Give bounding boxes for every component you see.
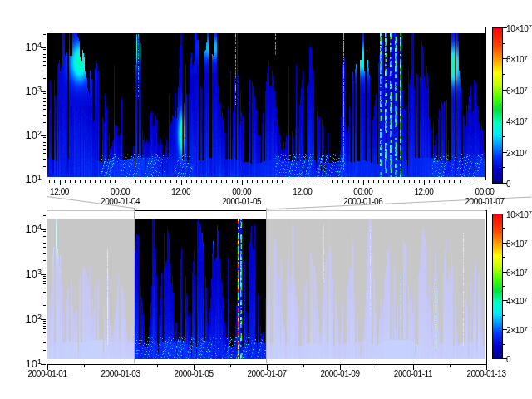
bottom-x-date-label: 2000-01-09 bbox=[320, 369, 359, 378]
colorbar-tick-label: 6×107 bbox=[506, 268, 527, 277]
top-x-date-label: 2000-01-06 bbox=[343, 197, 382, 206]
bottom-x-date-label: 2000-01-03 bbox=[101, 369, 140, 378]
spectrogram-canvas[interactable] bbox=[0, 0, 532, 399]
bottom-x-date-label: 2000-01-05 bbox=[174, 369, 213, 378]
top-x-tick-label: 00:00 bbox=[475, 187, 494, 196]
bottom-x-date-label: 2000-01-01 bbox=[27, 369, 66, 378]
bottom-y-tick-label: 101 bbox=[26, 357, 42, 369]
top-x-date-label: 2000-01-07 bbox=[465, 197, 504, 206]
colorbar-tick-label: 2×107 bbox=[506, 148, 527, 157]
top-x-tick-label: 12:00 bbox=[293, 187, 312, 196]
colorbar-tick-label: 10×107 bbox=[506, 23, 532, 32]
bottom-x-date-label: 2000-01-07 bbox=[247, 369, 286, 378]
top-x-tick-label: 12:00 bbox=[171, 187, 190, 196]
colorbar-tick-label: 8×107 bbox=[506, 239, 527, 248]
colorbar-tick-label: 10×107 bbox=[506, 209, 532, 219]
colorbar-tick-label: 4×107 bbox=[506, 296, 527, 305]
colorbar-tick-label: 2×107 bbox=[506, 325, 527, 334]
top-x-tick-label: 00:00 bbox=[353, 187, 372, 196]
top-x-tick-label: 00:00 bbox=[232, 187, 251, 196]
top-y-tick-label: 104 bbox=[26, 41, 42, 53]
bottom-y-tick-label: 103 bbox=[26, 267, 42, 279]
colorbar-tick-label: 8×107 bbox=[506, 54, 527, 63]
top-x-tick-label: 12:00 bbox=[414, 187, 433, 196]
spectrogram-figure: 12:0000:002000-01-0412:0000:002000-01-05… bbox=[0, 0, 532, 399]
top-x-date-label: 2000-01-04 bbox=[101, 197, 140, 206]
bottom-x-date-label: 2000-01-13 bbox=[466, 369, 505, 378]
colorbar-tick-label: 0 bbox=[506, 354, 510, 363]
colorbar-tick-label: 4×107 bbox=[506, 116, 527, 126]
top-y-tick-label: 103 bbox=[26, 85, 42, 97]
top-y-tick-label: 102 bbox=[26, 129, 42, 141]
top-x-tick-label: 00:00 bbox=[111, 187, 130, 196]
colorbar-tick-label: 6×107 bbox=[506, 86, 527, 95]
bottom-x-date-label: 2000-01-11 bbox=[394, 369, 432, 378]
bottom-y-tick-label: 102 bbox=[26, 312, 42, 324]
top-x-tick-label: 12:00 bbox=[50, 187, 69, 196]
top-y-tick-label: 101 bbox=[26, 173, 42, 185]
top-x-date-label: 2000-01-05 bbox=[222, 197, 261, 206]
bottom-y-tick-label: 104 bbox=[26, 222, 42, 234]
colorbar-tick-label: 0 bbox=[506, 179, 510, 188]
